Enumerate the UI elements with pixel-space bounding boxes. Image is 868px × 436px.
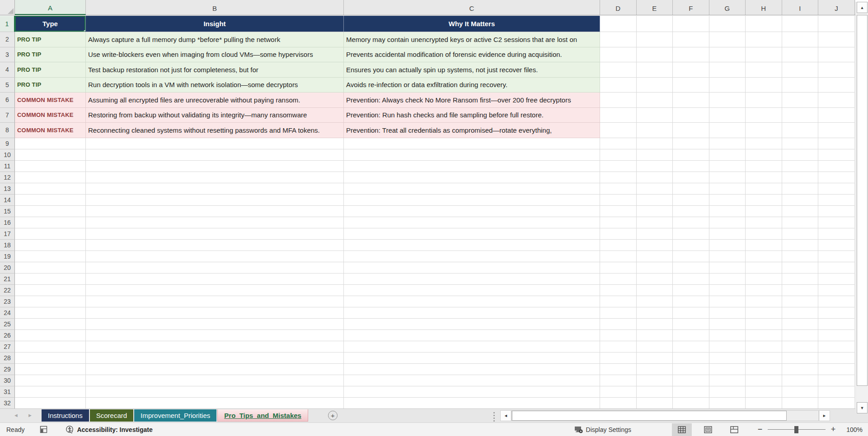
row-header-10[interactable]: 10 bbox=[0, 149, 15, 161]
column-header-H[interactable]: H bbox=[746, 0, 782, 15]
cell-C32[interactable] bbox=[344, 398, 600, 409]
tab-scrollbar-splitter[interactable] bbox=[493, 412, 495, 422]
cell-H12[interactable] bbox=[746, 172, 782, 183]
cell-C18[interactable] bbox=[344, 240, 600, 251]
cell-I6[interactable] bbox=[782, 93, 819, 108]
cell-H21[interactable] bbox=[746, 274, 782, 285]
cell-B30[interactable] bbox=[86, 375, 344, 386]
cell-G19[interactable] bbox=[709, 251, 746, 262]
cell-G7[interactable] bbox=[709, 108, 746, 123]
cell-I10[interactable] bbox=[782, 149, 819, 161]
next-sheet-arrow-icon[interactable]: ► bbox=[28, 413, 33, 418]
cell-A18[interactable] bbox=[15, 240, 86, 251]
cell-I30[interactable] bbox=[782, 375, 819, 386]
column-header-D[interactable]: D bbox=[600, 0, 637, 15]
cell-B28[interactable] bbox=[86, 353, 344, 364]
cell-D31[interactable] bbox=[600, 386, 637, 398]
page-layout-view-button[interactable] bbox=[698, 423, 718, 436]
cell-J11[interactable] bbox=[818, 161, 855, 172]
cell-E26[interactable] bbox=[637, 330, 673, 341]
cell-A28[interactable] bbox=[15, 353, 86, 364]
cell-H17[interactable] bbox=[746, 228, 782, 240]
cell-G18[interactable] bbox=[709, 240, 746, 251]
cell-C21[interactable] bbox=[344, 274, 600, 285]
cell-J27[interactable] bbox=[818, 341, 855, 353]
cell-B7[interactable]: Restoring from backup without validating… bbox=[86, 108, 344, 123]
cell-F11[interactable] bbox=[673, 161, 709, 172]
cell-A31[interactable] bbox=[15, 386, 86, 398]
cell-E12[interactable] bbox=[637, 172, 673, 183]
row-header-23[interactable]: 23 bbox=[0, 296, 15, 307]
row-header-15[interactable]: 15 bbox=[0, 206, 15, 217]
cell-H30[interactable] bbox=[746, 375, 782, 386]
cell-D22[interactable] bbox=[600, 285, 637, 296]
cell-A12[interactable] bbox=[15, 172, 86, 183]
cell-D29[interactable] bbox=[600, 364, 637, 375]
cell-B13[interactable] bbox=[86, 183, 344, 195]
cell-I19[interactable] bbox=[782, 251, 819, 262]
accessibility-status[interactable]: Accessibility: Investigate bbox=[66, 425, 152, 434]
cell-J23[interactable] bbox=[818, 296, 855, 307]
cell-C19[interactable] bbox=[344, 251, 600, 262]
scroll-left-button[interactable]: ◄ bbox=[501, 411, 511, 421]
cell-J12[interactable] bbox=[818, 172, 855, 183]
cell-A25[interactable] bbox=[15, 319, 86, 330]
cell-E10[interactable] bbox=[637, 149, 673, 161]
cell-F8[interactable] bbox=[673, 123, 709, 138]
sheet-tab-improvement_priorities[interactable]: Improvement_Priorities bbox=[134, 409, 216, 422]
cell-C29[interactable] bbox=[344, 364, 600, 375]
cell-H31[interactable] bbox=[746, 386, 782, 398]
cell-H10[interactable] bbox=[746, 149, 782, 161]
row-header-21[interactable]: 21 bbox=[0, 274, 15, 285]
cell-D7[interactable] bbox=[600, 108, 637, 123]
cell-A5[interactable]: PRO TIP bbox=[15, 78, 86, 93]
cell-B22[interactable] bbox=[86, 285, 344, 296]
row-header-22[interactable]: 22 bbox=[0, 285, 15, 296]
cell-F17[interactable] bbox=[673, 228, 709, 240]
cell-D12[interactable] bbox=[600, 172, 637, 183]
cell-F24[interactable] bbox=[673, 307, 709, 319]
cell-D32[interactable] bbox=[600, 398, 637, 409]
row-header-17[interactable]: 17 bbox=[0, 228, 15, 240]
cell-G25[interactable] bbox=[709, 319, 746, 330]
cell-G12[interactable] bbox=[709, 172, 746, 183]
scroll-up-button[interactable]: ▲ bbox=[857, 2, 868, 13]
new-sheet-button[interactable]: + bbox=[328, 411, 338, 420]
cell-H25[interactable] bbox=[746, 319, 782, 330]
cell-J4[interactable] bbox=[818, 62, 855, 78]
cell-J19[interactable] bbox=[818, 251, 855, 262]
cell-G20[interactable] bbox=[709, 262, 746, 274]
cell-D30[interactable] bbox=[600, 375, 637, 386]
row-header-3[interactable]: 3 bbox=[0, 47, 15, 63]
cell-F31[interactable] bbox=[673, 386, 709, 398]
cell-G14[interactable] bbox=[709, 195, 746, 206]
cell-D1[interactable] bbox=[600, 16, 637, 32]
cell-C28[interactable] bbox=[344, 353, 600, 364]
cell-G17[interactable] bbox=[709, 228, 746, 240]
cell-J26[interactable] bbox=[818, 330, 855, 341]
cell-D6[interactable] bbox=[600, 93, 637, 108]
cell-H26[interactable] bbox=[746, 330, 782, 341]
cell-J6[interactable] bbox=[818, 93, 855, 108]
row-header-9[interactable]: 9 bbox=[0, 138, 15, 149]
cell-J24[interactable] bbox=[818, 307, 855, 319]
cell-E22[interactable] bbox=[637, 285, 673, 296]
cell-F14[interactable] bbox=[673, 195, 709, 206]
cell-H6[interactable] bbox=[746, 93, 782, 108]
cell-C14[interactable] bbox=[344, 195, 600, 206]
cell-A16[interactable] bbox=[15, 217, 86, 228]
cell-E31[interactable] bbox=[637, 386, 673, 398]
cell-A2[interactable]: PRO TIP bbox=[15, 32, 86, 47]
cell-I18[interactable] bbox=[782, 240, 819, 251]
cell-C3[interactable]: Prevents accidental modification of fore… bbox=[344, 47, 600, 63]
cell-F27[interactable] bbox=[673, 341, 709, 353]
horizontal-scroll-thumb[interactable] bbox=[512, 411, 787, 421]
cell-E7[interactable] bbox=[637, 108, 673, 123]
cell-C31[interactable] bbox=[344, 386, 600, 398]
cell-I4[interactable] bbox=[782, 62, 819, 78]
cell-G32[interactable] bbox=[709, 398, 746, 409]
cell-J22[interactable] bbox=[818, 285, 855, 296]
cell-E3[interactable] bbox=[637, 47, 673, 63]
row-header-28[interactable]: 28 bbox=[0, 353, 15, 364]
cell-E14[interactable] bbox=[637, 195, 673, 206]
